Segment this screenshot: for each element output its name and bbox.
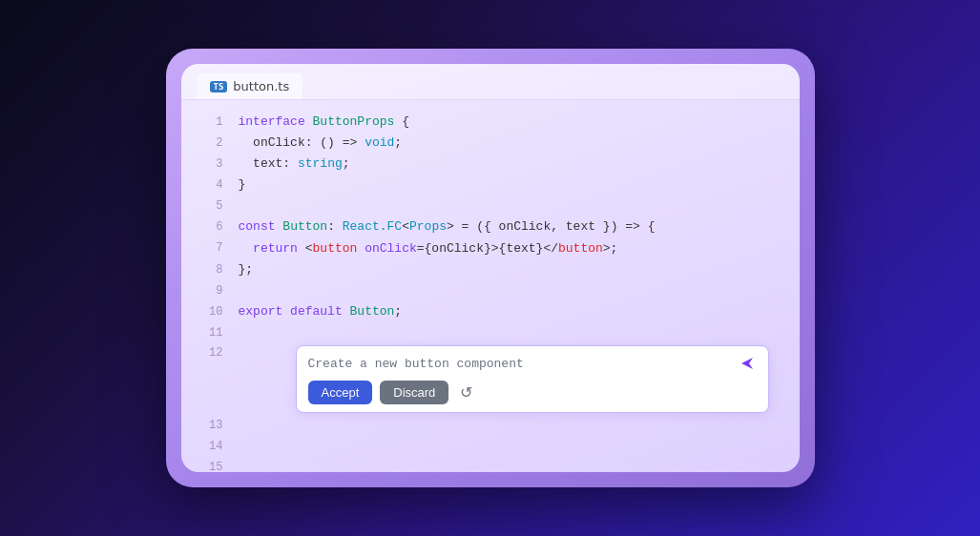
code-content: onClick: () => void; — [239, 133, 403, 154]
line-number: 10 — [197, 302, 223, 321]
code-content — [239, 322, 246, 343]
code-line: 6 const Button: React.FC<Props> = ({ onC… — [181, 216, 800, 237]
code-line: 7 return <button onClick={onClick}>{text… — [181, 238, 800, 259]
line-number: 6 — [197, 217, 223, 237]
code-content: return <button onClick={onClick}>{text}<… — [239, 238, 618, 259]
inner-card: TS button.ts 1 interface ButtonProps { 2… — [181, 64, 800, 472]
accept-button[interactable]: Accept — [308, 381, 373, 404]
outer-card: TS button.ts 1 interface ButtonProps { 2… — [166, 49, 815, 487]
code-content: }; — [239, 259, 254, 280]
code-line: 4 } — [181, 175, 800, 196]
line-number: 2 — [197, 134, 223, 153]
code-line: 13 — [181, 415, 800, 436]
ts-badge: TS — [210, 81, 228, 93]
line-number: 11 — [197, 323, 223, 342]
code-content — [239, 436, 246, 457]
line-number: 3 — [197, 155, 223, 174]
line-number: 13 — [197, 416, 223, 435]
code-line: 14 — [181, 436, 800, 457]
line-number: 9 — [197, 281, 223, 300]
prompt-input-row — [297, 346, 768, 381]
tab-bar: TS button.ts — [181, 64, 800, 100]
line-number: 8 — [197, 260, 223, 279]
code-lines: 1 interface ButtonProps { 2 onClick: () … — [181, 112, 800, 472]
line-number: 14 — [197, 437, 223, 456]
code-line: 8 }; — [181, 259, 800, 280]
prompt-input[interactable] — [308, 357, 730, 371]
code-line: 5 — [181, 196, 800, 216]
line-number: 5 — [197, 196, 223, 216]
code-line: 9 — [181, 280, 800, 301]
line-number: 15 — [197, 458, 223, 472]
code-line: 1 interface ButtonProps { — [181, 112, 800, 133]
code-content: text: string; — [239, 154, 350, 175]
line-number: 7 — [197, 238, 223, 258]
prompt-line: 12 Accept D — [181, 343, 800, 415]
refresh-button[interactable]: ↺ — [456, 381, 476, 403]
line-number: 1 — [197, 113, 223, 132]
code-content: const Button: React.FC<Props> = ({ onCli… — [239, 216, 656, 237]
code-area: 1 interface ButtonProps { 2 onClick: () … — [181, 100, 800, 472]
discard-button[interactable]: Discard — [380, 381, 448, 404]
code-line: 2 onClick: () => void; — [181, 133, 800, 154]
file-tab[interactable]: TS button.ts — [197, 73, 303, 99]
code-content — [239, 457, 246, 472]
line-number: 12 — [197, 343, 223, 362]
line-number: 4 — [197, 175, 223, 195]
code-content: export default Button; — [239, 301, 403, 322]
code-content: interface ButtonProps { — [239, 112, 409, 133]
code-line: 15 — [181, 457, 800, 472]
code-line: 11 — [181, 322, 800, 343]
prompt-actions-row: Accept Discard ↺ — [297, 381, 768, 412]
send-button[interactable] — [738, 354, 757, 373]
code-content — [239, 196, 246, 216]
code-content — [239, 415, 246, 436]
filename-label: button.ts — [233, 79, 289, 93]
code-line: 10 export default Button; — [181, 301, 800, 322]
code-line: 3 text: string; — [181, 154, 800, 175]
prompt-container: Accept Discard ↺ — [296, 345, 769, 413]
code-content — [239, 280, 246, 301]
code-content: } — [239, 175, 246, 196]
